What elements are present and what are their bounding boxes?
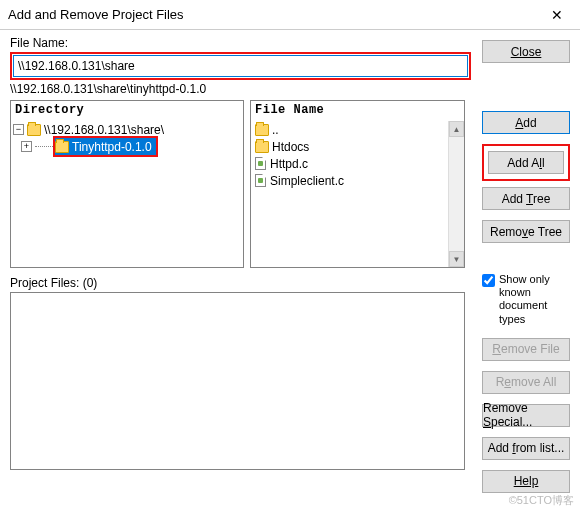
expand-icon[interactable]: + xyxy=(21,141,32,152)
remove-special-button[interactable]: Remove Special... xyxy=(482,404,570,427)
file-label: .. xyxy=(272,123,279,137)
folder-icon xyxy=(255,124,269,136)
show-known-types-checkbox[interactable]: Show only known document types xyxy=(482,273,570,326)
file-icon xyxy=(255,157,266,170)
file-label: Simpleclient.c xyxy=(270,174,344,188)
close-button[interactable]: Close xyxy=(482,40,570,63)
filelist-header: File Name xyxy=(251,101,464,119)
folder-icon xyxy=(55,141,69,153)
tree-child-row[interactable]: + Tinyhttpd-0.1.0 xyxy=(13,138,241,155)
file-icon xyxy=(255,174,266,187)
file-label: Htdocs xyxy=(272,140,309,154)
close-icon[interactable]: ✕ xyxy=(542,7,572,23)
filelist-panel: File Name .. Htdocs Httpd.c Simpleclient… xyxy=(250,100,465,268)
watermark: ©51CTO博客 xyxy=(509,493,574,508)
remove-tree-button[interactable]: Remove Tree xyxy=(482,220,570,243)
add-from-list-button[interactable]: Add from list... xyxy=(482,437,570,460)
list-item[interactable]: Httpd.c xyxy=(255,155,460,172)
filename-highlight xyxy=(10,52,471,80)
folder-icon xyxy=(255,141,269,153)
filename-input[interactable] xyxy=(13,55,468,77)
list-item[interactable]: Htdocs xyxy=(255,138,460,155)
file-label: Httpd.c xyxy=(270,157,308,171)
list-item[interactable]: .. xyxy=(255,121,460,138)
add-tree-button[interactable]: Add Tree xyxy=(482,187,570,210)
scroll-track[interactable] xyxy=(449,137,464,251)
window-title: Add and Remove Project Files xyxy=(8,7,542,22)
checkbox-label: Show only known document types xyxy=(499,273,570,326)
titlebar: Add and Remove Project Files ✕ xyxy=(0,0,580,30)
folder-icon xyxy=(27,124,41,136)
remove-all-button: Remove All xyxy=(482,371,570,394)
scrollbar[interactable]: ▲ ▼ xyxy=(448,121,464,267)
project-files-list[interactable] xyxy=(10,292,465,470)
tree-root-label: \\192.168.0.131\share\ xyxy=(44,123,164,137)
list-item[interactable]: Simpleclient.c xyxy=(255,172,460,189)
help-button[interactable]: Help xyxy=(482,470,570,493)
add-button[interactable]: Add xyxy=(482,111,570,134)
scroll-down-icon[interactable]: ▼ xyxy=(449,251,464,267)
scroll-up-icon[interactable]: ▲ xyxy=(449,121,464,137)
tree-connector xyxy=(35,146,53,147)
addall-highlight: Add All xyxy=(482,144,570,181)
directory-tree[interactable]: − \\192.168.0.131\share\ + Tinyhttpd-0.1… xyxy=(11,119,243,157)
directory-panel: Directory − \\192.168.0.131\share\ + Tin… xyxy=(10,100,244,268)
checkbox-input[interactable] xyxy=(482,274,495,287)
add-all-button[interactable]: Add All xyxy=(488,151,564,174)
tree-selection-highlight: Tinyhttpd-0.1.0 xyxy=(53,136,158,157)
collapse-icon[interactable]: − xyxy=(13,124,24,135)
file-list[interactable]: .. Htdocs Httpd.c Simpleclient.c xyxy=(251,119,464,191)
remove-file-button: Remove File xyxy=(482,338,570,361)
directory-header: Directory xyxy=(11,101,243,119)
buttons-column: Close Add Add All Add Tree Remove Tree S… xyxy=(482,40,570,493)
tree-child-label: Tinyhttpd-0.1.0 xyxy=(72,140,152,154)
